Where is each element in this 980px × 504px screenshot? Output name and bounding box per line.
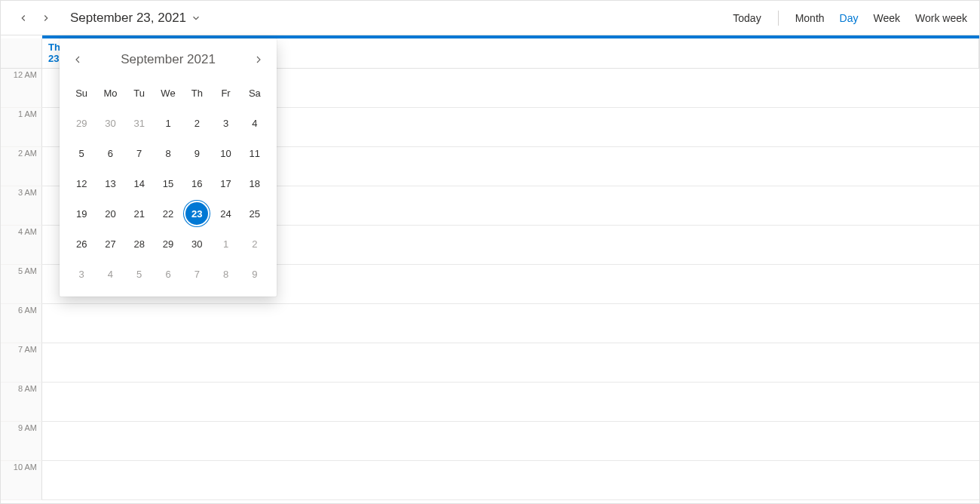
hour-row: 7 AM (1, 343, 979, 383)
mini-date-cell[interactable]: 15 (154, 168, 182, 198)
mini-date-cell[interactable]: 16 (182, 168, 211, 198)
time-gutter-header (1, 38, 42, 68)
mini-date-cell[interactable]: 3 (67, 259, 96, 289)
mini-date-cell[interactable]: 6 (154, 259, 182, 289)
day-of-week-short: Th (48, 41, 60, 53)
date-picker-trigger[interactable]: September 23, 2021 (70, 11, 201, 26)
hour-row: 8 AM (1, 383, 979, 422)
mini-date-cell[interactable]: 20 (96, 198, 124, 229)
mini-date-cell[interactable]: 7 (182, 259, 211, 289)
time-label: 3 AM (1, 186, 42, 226)
chevron-down-icon (191, 13, 201, 23)
time-slot[interactable] (42, 383, 979, 422)
view-month[interactable]: Month (795, 12, 825, 24)
mini-day-header: Fr (211, 78, 240, 108)
chevron-right-icon (41, 13, 51, 23)
mini-date-cell[interactable]: 8 (154, 138, 182, 168)
time-label: 2 AM (1, 147, 42, 186)
mini-date-cell[interactable]: 27 (96, 229, 124, 259)
mini-day-header: Sa (240, 78, 269, 108)
day-number: 23 (48, 53, 59, 64)
mini-date-cell[interactable]: 26 (67, 229, 96, 259)
mini-date-cell[interactable]: 29 (154, 229, 182, 259)
today-button[interactable]: Today (733, 12, 761, 24)
mini-date-cell[interactable]: 17 (211, 168, 240, 198)
hour-row: 6 AM (1, 304, 979, 343)
view-switcher: Today Month Day Week Work week (733, 11, 972, 26)
mini-date-cell[interactable]: 31 (125, 108, 154, 138)
mini-date-cell[interactable]: 29 (67, 108, 96, 138)
time-label: 5 AM (1, 265, 42, 304)
mini-date-cell[interactable]: 1 (154, 108, 182, 138)
mini-day-header: Th (182, 78, 211, 108)
mini-date-cell[interactable]: 10 (211, 138, 240, 168)
mini-date-cell[interactable]: 1 (211, 229, 240, 259)
mini-date-cell[interactable]: 18 (240, 168, 269, 198)
mini-date-cell[interactable]: 3 (211, 108, 240, 138)
mini-date-selected[interactable]: 23 (185, 202, 208, 225)
mini-date-cell[interactable]: 8 (211, 259, 240, 289)
mini-date-cell[interactable]: 7 (125, 138, 154, 168)
top-bar: September 23, 2021 Today Month Day Week … (1, 1, 979, 35)
hour-row: 10 AM (1, 461, 979, 500)
mini-next-month-button[interactable] (248, 49, 269, 70)
date-nav (13, 8, 57, 29)
time-slot[interactable] (42, 461, 979, 500)
time-label: 4 AM (1, 226, 42, 265)
calendar-app: September 23, 2021 Today Month Day Week … (0, 0, 980, 504)
mini-date-cell[interactable]: 11 (240, 138, 269, 168)
time-label: 7 AM (1, 343, 42, 383)
mini-date-cell[interactable]: 14 (125, 168, 154, 198)
mini-date-cell[interactable]: 5 (67, 138, 96, 168)
mini-date-cell[interactable]: 6 (96, 138, 124, 168)
time-slot[interactable] (42, 304, 979, 343)
prev-day-button[interactable] (13, 8, 34, 29)
mini-date-cell[interactable]: 12 (67, 168, 96, 198)
mini-date-cell[interactable]: 19 (67, 198, 96, 229)
chevron-left-icon (18, 13, 29, 23)
mini-date-cell[interactable]: 23 (182, 198, 211, 229)
mini-date-cell[interactable]: 21 (125, 198, 154, 229)
mini-calendar-title[interactable]: September 2021 (88, 52, 248, 67)
time-label: 1 AM (1, 108, 42, 147)
chevron-left-icon (72, 54, 84, 66)
mini-date-cell[interactable]: 4 (96, 259, 124, 289)
mini-date-cell[interactable]: 5 (125, 259, 154, 289)
mini-day-header: Tu (125, 78, 154, 108)
mini-date-cell[interactable]: 2 (240, 229, 269, 259)
next-day-button[interactable] (35, 8, 57, 29)
mini-calendar-popover: September 2021 SuMoTuWeThFrSa29303112345… (60, 38, 277, 297)
time-slot[interactable] (42, 343, 979, 383)
mini-date-cell[interactable]: 13 (96, 168, 124, 198)
mini-date-cell[interactable]: 2 (182, 108, 211, 138)
mini-date-cell[interactable]: 30 (182, 229, 211, 259)
mini-day-header: We (154, 78, 182, 108)
time-slot[interactable] (42, 422, 979, 461)
time-label: 9 AM (1, 422, 42, 461)
mini-calendar-header: September 2021 (67, 45, 269, 75)
separator (778, 11, 779, 26)
view-week[interactable]: Week (873, 12, 900, 24)
mini-date-cell[interactable]: 22 (154, 198, 182, 229)
mini-date-cell[interactable]: 25 (240, 198, 269, 229)
chevron-right-icon (253, 54, 265, 66)
mini-date-cell[interactable]: 30 (96, 108, 124, 138)
mini-date-cell[interactable]: 9 (182, 138, 211, 168)
hour-row: 9 AM (1, 422, 979, 461)
mini-day-header: Mo (96, 78, 124, 108)
mini-day-header: Su (67, 78, 96, 108)
mini-prev-month-button[interactable] (67, 49, 88, 70)
view-day[interactable]: Day (840, 12, 859, 24)
mini-calendar-grid: SuMoTuWeThFrSa29303112345678910111213141… (67, 78, 269, 289)
current-date-label: September 23, 2021 (70, 11, 186, 26)
mini-date-cell[interactable]: 4 (240, 108, 269, 138)
time-label: 12 AM (1, 69, 42, 108)
mini-date-cell[interactable]: 28 (125, 229, 154, 259)
time-label: 6 AM (1, 304, 42, 343)
time-label: 8 AM (1, 383, 42, 422)
view-work-week[interactable]: Work week (915, 12, 967, 24)
mini-date-cell[interactable]: 24 (211, 198, 240, 229)
mini-date-cell[interactable]: 9 (240, 259, 269, 289)
time-label: 10 AM (1, 461, 42, 500)
